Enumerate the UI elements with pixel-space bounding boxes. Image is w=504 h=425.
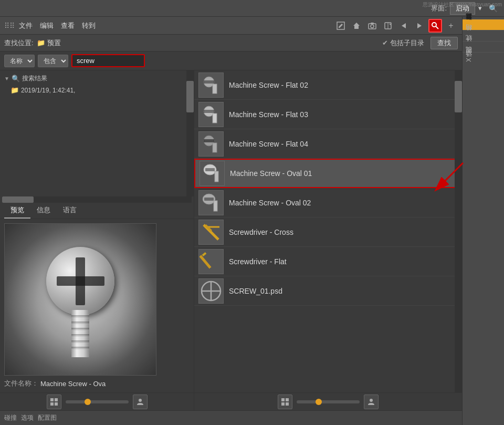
search-button[interactable]: 查找 xyxy=(430,37,458,49)
list-thumb-flat03 xyxy=(198,102,224,127)
bottom-grid-icon[interactable] xyxy=(47,395,61,409)
list-item-screw01psd[interactable]: SCREW_01.psd xyxy=(194,276,462,306)
svg-point-10 xyxy=(432,23,436,27)
svg-rect-21 xyxy=(204,110,214,113)
top-bar: 界面: 启动 ▾ 🔍 思源设计社区 www.missyuan.com xyxy=(0,0,504,17)
svg-marker-9 xyxy=(417,23,422,28)
list-bottom-right-icon[interactable] xyxy=(364,395,379,409)
menu-view[interactable]: 查看 xyxy=(61,21,75,30)
tab-info[interactable]: 信息 xyxy=(30,203,57,219)
list-item-name: Screwdriver - Cross xyxy=(229,228,293,236)
side-tab-material[interactable]: 材质预览器 xyxy=(463,19,504,30)
status-item-config[interactable]: 配置图 xyxy=(38,413,57,422)
svg-rect-12 xyxy=(50,398,54,401)
svg-rect-31 xyxy=(214,201,217,211)
bottom-slider-thumb xyxy=(85,399,91,405)
tree-search-icon: 🔍 xyxy=(12,75,20,82)
tree-vscrollbar[interactable] xyxy=(186,70,194,196)
search-bar: 查找位置: 📁 预置 ✔ 包括子目录 查找 xyxy=(0,35,462,51)
list-item-oval01[interactable]: Machine Screw - Oval 01 xyxy=(194,159,462,188)
preview-image xyxy=(4,223,156,376)
tree-panel: ▼ 🔍 搜索结果 📁 2019/1/19, 1:42:41, xyxy=(0,70,194,410)
toolbar-back-icon[interactable] xyxy=(397,19,411,33)
search-location-label: 查找位置: xyxy=(4,38,34,48)
tabs-row: 预览 信息 语言 xyxy=(0,203,194,219)
search-input[interactable] xyxy=(71,54,145,67)
right-side-panel: 材质预览器 结构 统计 活动X视图 xyxy=(462,17,504,425)
list-item-name: Machine Screw - Flat 02 xyxy=(229,81,308,89)
tree-vscrollbar-thumb xyxy=(186,81,194,112)
list-thumb-oval01 xyxy=(200,161,225,186)
menu-edit[interactable]: 编辑 xyxy=(40,21,54,30)
menu-file[interactable]: 文件 xyxy=(19,21,33,30)
list-thumb-oval02 xyxy=(198,190,224,215)
bottom-user-icon[interactable] xyxy=(133,395,148,409)
menu-grip-icon: ⠿⠿ xyxy=(4,22,15,30)
search-location-value[interactable]: 预置 xyxy=(47,38,61,48)
svg-rect-41 xyxy=(286,398,289,401)
list-item-name: Machine Screw - Oval 02 xyxy=(229,199,311,207)
list-item-screwdriver-cross[interactable]: Screwdriver - Cross xyxy=(194,217,462,247)
menu-goto[interactable]: 转到 xyxy=(82,21,96,30)
search-check-area: ✔ 包括子目录 查找 xyxy=(382,37,458,49)
toolbar-forward-icon[interactable] xyxy=(413,19,426,33)
menu-bar: ⠿⠿ 文件 编辑 查看 转到 xyxy=(0,17,462,35)
svg-rect-43 xyxy=(286,402,289,406)
tree-hscroll[interactable] xyxy=(2,196,192,203)
toolbar-pencil-icon[interactable] xyxy=(334,19,348,33)
tree-expand-icon: ▼ xyxy=(4,76,9,81)
filter-field-select[interactable]: 名称 xyxy=(4,55,35,67)
tab-preview[interactable]: 预览 xyxy=(4,203,30,219)
side-tab-activity[interactable]: 活动X视图 xyxy=(463,52,504,67)
toolbar-book-icon[interactable] xyxy=(381,19,395,33)
toolbar-camera-icon[interactable] xyxy=(365,19,379,33)
side-tab-structure[interactable]: 结构 xyxy=(463,30,504,41)
toolbar-home-icon[interactable] xyxy=(350,19,363,33)
tree-item-label: 搜索结果 xyxy=(22,74,47,83)
tree-folder-icon: 📁 xyxy=(10,86,19,94)
filter-row: 名称 包含 xyxy=(0,51,462,70)
list-item-flat02[interactable]: Machine Screw - Flat 02 xyxy=(194,70,462,100)
status-item-collision[interactable]: 碰撞 xyxy=(4,413,17,422)
toolbar-search-icon[interactable] xyxy=(428,19,442,33)
svg-rect-25 xyxy=(213,143,217,152)
svg-rect-13 xyxy=(55,398,58,401)
filter-condition-select[interactable]: 包含 xyxy=(38,55,68,67)
svg-marker-1 xyxy=(339,24,343,28)
toolbar-plus-icon[interactable]: + xyxy=(444,19,458,33)
list-item-oval02[interactable]: Machine Screw - Oval 02 xyxy=(194,188,462,217)
svg-rect-42 xyxy=(281,402,285,406)
status-item-options[interactable]: 选项 xyxy=(21,413,34,422)
search-folder-icon: 📁 xyxy=(37,39,45,47)
tree-item-search-results[interactable]: ▼ 🔍 搜索结果 xyxy=(2,72,192,85)
tree-scroll[interactable]: ▼ 🔍 搜索结果 📁 2019/1/19, 1:42:41, xyxy=(0,70,194,196)
tree-folder-label: 2019/1/19, 1:42:41, xyxy=(21,87,75,94)
list-bottom-slider[interactable] xyxy=(297,400,360,403)
list-item-screwdriver-flat[interactable]: Screwdriver - Flat xyxy=(194,247,462,276)
list-bottom-toolbar xyxy=(194,392,462,410)
side-tab-stats[interactable]: 统计 xyxy=(463,41,504,52)
svg-rect-35 xyxy=(200,255,212,268)
tree-item-date-folder[interactable]: 📁 2019/1/19, 1:42:41, xyxy=(2,85,192,96)
tab-language[interactable]: 语言 xyxy=(57,203,83,219)
bottom-slider[interactable] xyxy=(66,400,129,403)
list-bottom-left-icon[interactable] xyxy=(278,395,292,409)
svg-point-16 xyxy=(139,399,142,402)
svg-marker-8 xyxy=(402,23,406,28)
left-bottom-toolbar xyxy=(0,392,194,410)
filename-row: 文件名称： Machine Screw - Ova xyxy=(4,376,190,388)
svg-rect-14 xyxy=(50,402,54,406)
list-vscrollbar-thumb xyxy=(455,81,462,112)
filename-label: 文件名称： xyxy=(4,379,38,388)
svg-rect-27 xyxy=(205,168,215,171)
include-sub-label: 包括子目录 xyxy=(390,38,424,48)
check-mark-icon[interactable]: ✔ xyxy=(382,39,388,47)
list-scroll-area[interactable]: Machine Screw - Flat 02 Machine Screw - … xyxy=(194,70,462,392)
list-vscrollbar[interactable] xyxy=(455,70,462,392)
list-item-flat04[interactable]: Machine Screw - Flat 04 xyxy=(194,129,462,159)
svg-rect-30 xyxy=(204,198,214,201)
list-item-flat03[interactable]: Machine Screw - Flat 03 xyxy=(194,100,462,129)
main-container: ⠿⠿ 文件 编辑 查看 转到 xyxy=(0,17,504,425)
svg-rect-40 xyxy=(281,398,285,401)
svg-point-44 xyxy=(370,399,373,402)
